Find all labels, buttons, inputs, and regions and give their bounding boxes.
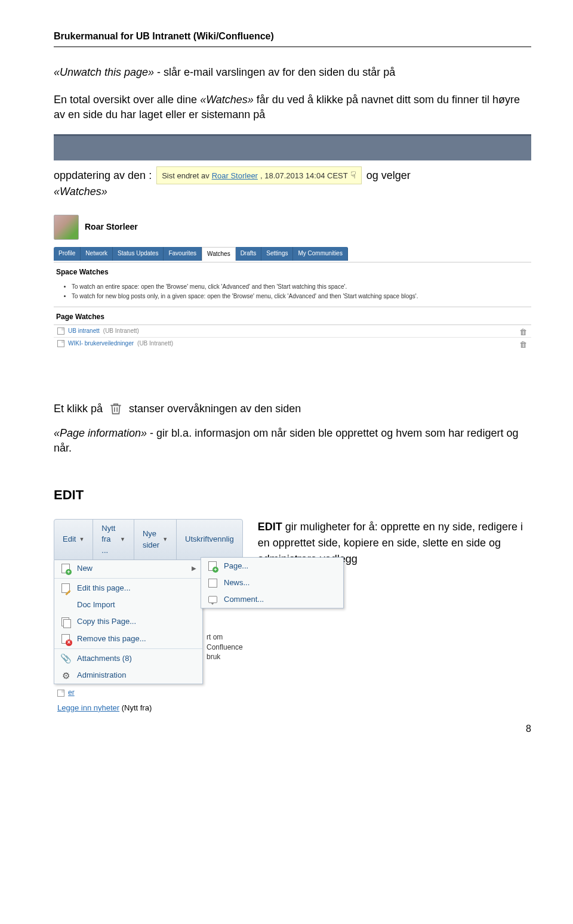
submenu-news[interactable]: News... [201,574,343,591]
page-plus-icon [208,561,217,571]
avatar [54,215,79,240]
edit-section: Edit▼Nytt fra ...▼Nye sider▼Utskriftvenn… [54,519,531,713]
page-pencil-icon [61,583,70,593]
edit-heading: EDIT [54,486,531,505]
watch-space: (UB Intranett) [137,339,173,348]
watch-row: UB intranett (UB Intranett)🗑 [54,325,531,337]
attachment-icon: 📎 [60,652,72,665]
editor-link[interactable]: Roar Storleer [212,171,258,181]
edit-screenshot: Edit▼Nytt fra ...▼Nye sider▼Utskriftvenn… [54,519,243,713]
chevron-down-icon: ▼ [79,536,84,543]
text: En total oversikt over alle dine [54,94,200,106]
page-info-term: «Page information» [54,427,147,439]
watch-row: WIKI- brukerveiledninger (UB Intranett)🗑 [54,337,531,350]
label: Edit this page... [77,583,131,594]
tab-favourites[interactable]: Favourites [164,247,202,261]
link-row: er [54,685,243,700]
label: Nytt fra ... [101,523,117,556]
label: Administration [77,670,126,681]
watches-term: «Watches» [200,94,254,106]
submenu-comment[interactable]: Comment... [201,591,343,608]
label: Attachments (8) [77,653,132,664]
page-plus-icon [61,564,70,573]
label: Edit [63,534,76,545]
chevron-down-icon: ▼ [162,536,168,543]
watch-space: (UB Intranett) [103,327,139,335]
paragraph-page-info: «Page information» - gir bl.a. informasj… [54,426,531,456]
menu-doc-import[interactable]: Doc Import [54,597,202,613]
help-item: To watch an entire space: open the 'Brow… [72,283,531,291]
profile-tabs: ProfileNetworkStatus UpdatesFavouritesWa… [54,247,531,261]
edit-bold: EDIT [258,521,282,533]
pill-date: , 18.07.2013 14:04 CEST [260,171,348,181]
edit-toolbar: Edit▼Nytt fra ...▼Nye sider▼Utskriftvenn… [54,519,243,560]
cutoff-link-row: Legge inn nyheter (Nytt fra) [54,700,243,713]
profile-name: Roar Storleer [85,221,138,233]
text: Et klikk på [54,401,103,416]
menu-remove-this-page[interactable]: Remove this page... [54,631,202,647]
below-dropdown: er Legge inn nyheter (Nytt fra) [54,685,243,713]
blank-icon [60,599,71,610]
stop-watching-icon[interactable]: 🗑 [519,327,528,335]
label: News... [224,577,249,588]
chevron-down-icon: ▼ [120,536,125,543]
document-header: Brukermanual for UB Intranett (Wiki/Conf… [54,30,531,43]
click-instruction-row: Et klikk på stanser overvåkningen av den… [54,400,531,417]
menu-administration[interactable]: ⚙Administration [54,667,202,684]
tab-profile[interactable]: Profile [54,247,81,261]
comment-icon [208,596,217,603]
space-watches-heading: Space Watches [54,262,531,280]
app-banner [54,134,531,160]
tab-status-updates[interactable]: Status Updates [113,247,164,261]
label: Remove this page... [77,633,146,644]
page-delete-icon [61,634,70,644]
label: Utskriftvennlig [185,534,234,545]
tab-drafts[interactable]: Drafts [236,247,262,261]
link[interactable]: Legge inn nyheter [57,703,119,712]
text: og velger [366,168,411,183]
watch-link[interactable]: WIKI- brukerveiledninger [68,339,134,348]
toolbar-utskriftvennlig[interactable]: Utskriftvennlig [177,520,242,560]
stop-watching-icon[interactable]: 🗑 [519,339,528,348]
submenu-page[interactable]: Page... [201,558,343,574]
unwatch-desc: - slår e-mail varslingen av for den side… [154,66,395,78]
gear-icon: ⚙ [62,669,70,682]
label: Copy this Page... [77,616,136,627]
menu-attachments[interactable]: 📎Attachments (8) [54,650,202,667]
tab-watches[interactable]: Watches [202,247,236,261]
text: stanser overvåkningen av den siden [129,401,301,416]
label: Page... [224,561,248,571]
label: Nye sider [143,529,159,550]
help-item: To watch for new blog posts only, in a g… [72,292,531,301]
label: Comment... [224,594,264,605]
unwatch-label: «Unwatch this page» [54,66,154,78]
cursor-icon: ☟ [350,169,356,182]
tab-settings[interactable]: Settings [261,247,293,261]
watch-link[interactable]: UB intranett [68,327,100,335]
link-partial[interactable]: er [68,688,75,698]
page-icon [57,340,64,347]
chevron-right-icon: ▶ [192,564,196,573]
menu-copy-this-page[interactable]: Copy this Page... [54,613,202,630]
tab-network[interactable]: Network [81,247,113,261]
edit-dropdown: New▶Page...News...Comment...Edit this pa… [54,560,203,684]
text: oppdatering av den : [54,168,152,183]
menu-edit-this-page[interactable]: Edit this page... [54,580,202,597]
toolbar-edit[interactable]: Edit▼ [54,520,93,560]
trash-icon [107,400,124,417]
paragraph-overview: En total oversikt over alle dine «Watche… [54,92,531,122]
menu-new[interactable]: New▶Page...News...Comment... [54,560,202,577]
new-submenu: Page...News...Comment... [201,557,344,609]
page-icon [57,690,64,697]
tab-my-communities[interactable]: My Communities [293,247,347,261]
header-rule [54,47,531,47]
menu-separator [54,648,202,649]
space-watches-help: To watch an entire space: open the 'Brow… [72,283,531,301]
pill-prefix: Sist endret av [162,171,210,181]
text: (Nytt fra) [119,703,152,712]
inline-instruction-row: oppdatering av den : Sist endret av Roar… [54,166,531,184]
toolbar-nye-sider[interactable]: Nye sider▼ [134,520,177,560]
menu-separator [54,578,202,579]
toolbar-nytt-fra-[interactable]: Nytt fra ...▼ [93,520,134,560]
profile-row: Roar Storleer [54,215,531,240]
